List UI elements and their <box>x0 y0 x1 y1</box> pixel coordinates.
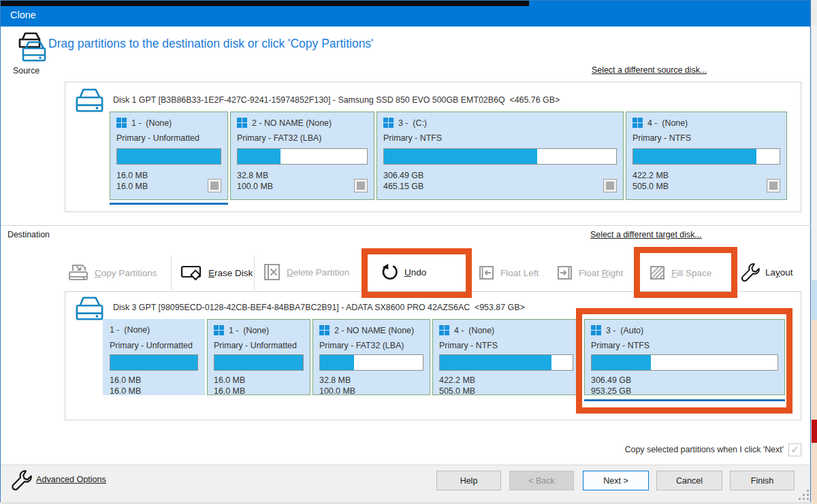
partition-name: 1 - (None) <box>110 325 150 335</box>
select-source-disk-link[interactable]: Select a different source disk... <box>592 65 707 75</box>
usage-bar <box>237 148 368 165</box>
windows-logo-icon <box>116 118 127 128</box>
copy-note-checkbox[interactable]: ✓ <box>788 443 801 456</box>
partition-name: 1 - (None) <box>229 326 269 335</box>
usage-bar <box>319 354 423 371</box>
disk-icon <box>74 86 104 115</box>
background-app-sliver <box>812 0 817 26</box>
total-size: 16.0 MB <box>110 386 141 397</box>
toolbar-separator <box>254 255 255 290</box>
windows-logo-icon <box>383 118 394 128</box>
total-size: 465.15 GB <box>383 181 423 192</box>
copy-partitions-icon <box>67 263 89 283</box>
float-left-button[interactable]: Float Left <box>478 265 539 281</box>
screen: Clone Drag partitions to the destination… <box>0 0 817 504</box>
wrench-icon <box>9 469 32 492</box>
delete-partition-button[interactable]: Delete Partition <box>262 263 349 282</box>
clone-dialog: Clone Drag partitions to the destination… <box>0 0 811 502</box>
partition-type: Primary - FAT32 (LBA) <box>237 133 321 143</box>
usage-bar <box>632 148 780 165</box>
wrench-icon <box>739 262 760 283</box>
windows-logo-icon <box>439 325 449 335</box>
used-size: 32.8 MB <box>237 170 273 181</box>
destination-disk-title: Disk 3 GPT [98095ECD-0128-42CB-BEF4-84BB… <box>113 303 525 312</box>
source-partition-2[interactable]: 2 - NO NAME (None) Primary - FAT32 (LBA)… <box>230 112 374 200</box>
clone-disks-icon <box>17 31 48 63</box>
dest-partition-2[interactable]: 1 - (None) Primary - Unformatted 16.0 MB… <box>207 319 310 395</box>
usage-bar <box>110 354 198 371</box>
usage-bar <box>214 354 304 371</box>
source-disk-title: Disk 1 GPT [B3B86B33-1E2F-427C-9241-1597… <box>113 95 560 105</box>
annotation-box-target-partition <box>576 308 792 414</box>
partition-type: Primary - Unformatted <box>116 133 199 143</box>
total-size: 100.0 MB <box>237 181 273 192</box>
total-size: 16.0 MB <box>116 181 148 192</box>
partition-type: Primary - NTFS <box>439 341 498 350</box>
used-size: 16.0 MB <box>214 375 245 386</box>
partition-name: 2 - NO NAME (None) <box>334 326 414 335</box>
used-size: 422.2 MB <box>439 375 475 386</box>
cancel-button[interactable]: Cancel <box>656 471 722 490</box>
float-right-icon <box>556 265 573 281</box>
partition-name: 1 - (None) <box>131 118 172 128</box>
used-size: 422.2 MB <box>632 170 669 181</box>
partition-name: 4 - (None) <box>454 326 494 335</box>
erase-disk-icon <box>180 263 203 283</box>
partition-name: 2 - NO NAME (None) <box>252 118 332 128</box>
partition-type: Primary - NTFS <box>632 133 691 143</box>
copy-partitions-button[interactable]: Copy Partitions <box>67 263 157 283</box>
erase-disk-button[interactable]: Erase Disk <box>180 263 253 283</box>
float-right-button[interactable]: Float Right <box>556 265 623 281</box>
partition-name: 3 - (C:) <box>398 118 427 128</box>
divider <box>1 225 811 226</box>
float-left-icon <box>478 265 495 281</box>
dest-partition-4[interactable]: 4 - (None) Primary - NTFS 422.2 MB505.0 … <box>432 319 580 395</box>
used-size: 16.0 MB <box>116 170 148 181</box>
used-size: 16.0 MB <box>110 375 141 386</box>
windows-logo-icon <box>319 325 330 335</box>
help-button[interactable]: Help <box>436 471 501 490</box>
total-size: 100.0 MB <box>319 386 355 397</box>
usage-bar <box>439 354 573 371</box>
source-label: Source <box>13 66 39 75</box>
resize-grip[interactable] <box>799 490 811 502</box>
partition-type: Primary - FAT32 (LBA) <box>319 341 404 350</box>
copy-note: Copy selected partitions when I click 'N… <box>477 445 784 454</box>
partition-handle[interactable] <box>208 179 221 192</box>
partition-name: 4 - (None) <box>647 118 688 128</box>
total-size: 505.0 MB <box>632 181 669 192</box>
select-target-disk-link[interactable]: Select a different target disk... <box>590 230 702 239</box>
used-size: 32.8 MB <box>319 375 355 386</box>
source-partition-3[interactable]: 3 - (C:) Primary - NTFS 306.49 GB465.15 … <box>377 112 624 200</box>
usage-bar <box>116 148 221 165</box>
toolbar-separator <box>171 255 172 290</box>
used-size: 306.49 GB <box>383 170 423 181</box>
source-partition-1[interactable]: 1 - (None) Primary - Unformatted 16.0 MB… <box>110 112 228 200</box>
background-app-sliver <box>812 443 817 504</box>
background-app-sliver <box>812 420 817 443</box>
partition-type: Primary - NTFS <box>383 133 442 143</box>
partition-handle[interactable] <box>354 179 368 192</box>
top-screen-artifact <box>1 1 529 6</box>
source-partition-4[interactable]: 4 - (None) Primary - NTFS 422.2 MB505.0 … <box>626 112 787 200</box>
total-size: 16.0 MB <box>214 386 245 397</box>
windows-logo-icon <box>632 118 643 128</box>
next-button[interactable]: Next > <box>583 471 649 490</box>
dest-partition-3[interactable]: 2 - NO NAME (None) Primary - FAT32 (LBA)… <box>313 319 430 395</box>
annotation-box-undo <box>362 248 472 298</box>
dest-partition-1[interactable]: 1 - (None) Primary - Unformatted 16.0 MB… <box>103 319 205 395</box>
usage-bar <box>383 148 617 165</box>
layout-button[interactable]: Layout <box>739 262 793 283</box>
finish-button[interactable]: Finish <box>730 471 795 490</box>
total-size: 505.0 MB <box>439 386 475 397</box>
partition-handle[interactable] <box>603 179 617 192</box>
selected-partition-underline <box>110 203 228 205</box>
background-app-sliver <box>812 320 817 420</box>
advanced-options-link[interactable]: Advanced Options <box>36 475 106 484</box>
window-title: Clone <box>10 10 36 20</box>
windows-logo-icon <box>214 325 224 335</box>
background-app-sliver <box>812 26 817 280</box>
partition-handle[interactable] <box>767 179 780 192</box>
back-button[interactable]: < Back <box>509 471 574 490</box>
annotation-box-fill-space <box>634 247 737 298</box>
